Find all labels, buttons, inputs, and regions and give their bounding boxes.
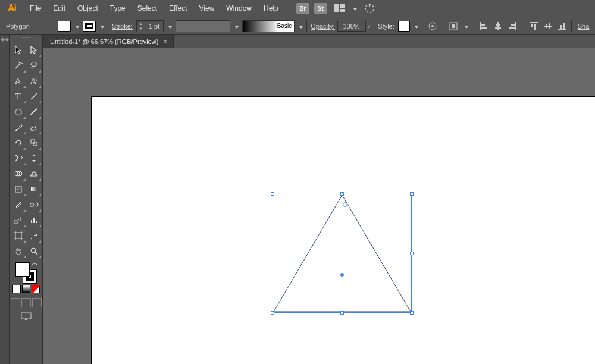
stock-button[interactable]: St xyxy=(314,3,327,14)
lasso-tool[interactable] xyxy=(26,58,42,73)
svg-rect-1 xyxy=(340,4,345,8)
align-to-button[interactable] xyxy=(447,20,460,33)
curvature-tool[interactable] xyxy=(26,73,42,89)
symbol-sprayer-tool[interactable] xyxy=(11,212,26,228)
handle-top-left[interactable] xyxy=(271,192,274,196)
perspective-grid-tool[interactable] xyxy=(26,166,42,181)
screen-mode-button[interactable] xyxy=(18,311,35,322)
recolor-artwork-button[interactable] xyxy=(426,20,439,33)
swap-fill-stroke-icon[interactable] xyxy=(31,262,38,269)
menu-edit[interactable]: Edit xyxy=(47,0,71,17)
hand-tool[interactable] xyxy=(11,243,26,259)
chevron-down-icon[interactable] xyxy=(298,23,303,30)
svg-rect-36 xyxy=(31,187,37,191)
draw-normal[interactable] xyxy=(11,298,20,307)
gradient-tool[interactable] xyxy=(26,181,42,197)
menu-help[interactable]: Help xyxy=(258,0,284,17)
menu-file[interactable]: File xyxy=(24,0,47,17)
chevron-right-icon[interactable]: › xyxy=(368,23,371,30)
fill-stroke-indicator[interactable] xyxy=(14,262,38,284)
menu-type[interactable]: Type xyxy=(104,0,131,17)
fill-swatch[interactable] xyxy=(58,21,71,32)
blend-tool[interactable] xyxy=(26,197,42,212)
selection-tool[interactable] xyxy=(11,42,26,58)
brush-definition[interactable]: Basic xyxy=(242,20,295,32)
slice-tool[interactable] xyxy=(26,228,42,243)
fill-color-box[interactable] xyxy=(15,262,30,277)
menu-window[interactable]: Window xyxy=(220,0,258,17)
handle-middle-left[interactable] xyxy=(271,252,274,255)
svg-rect-24 xyxy=(560,25,562,29)
canvas[interactable] xyxy=(43,48,595,364)
align-left-button[interactable] xyxy=(478,21,489,32)
close-icon[interactable]: × xyxy=(163,37,167,46)
artboard[interactable] xyxy=(92,97,595,364)
gpu-preview-button[interactable] xyxy=(362,3,377,14)
stroke-swatch[interactable] xyxy=(83,21,96,32)
align-hcenter-button[interactable] xyxy=(493,21,503,32)
handle-bottom-middle[interactable] xyxy=(340,311,344,315)
chevron-down-icon[interactable] xyxy=(74,23,79,30)
align-vcenter-button[interactable] xyxy=(543,21,553,32)
color-mode-none[interactable] xyxy=(32,285,40,293)
handle-top-right[interactable] xyxy=(410,192,414,196)
rotate-tool[interactable] xyxy=(11,135,26,150)
shape-tool[interactable] xyxy=(11,104,26,120)
chevron-down-icon[interactable] xyxy=(99,23,104,30)
opacity-value[interactable]: 100% xyxy=(343,23,360,30)
document-tab-strip: Untitled-1* @ 66.67% (RGB/Preview) × xyxy=(43,35,595,48)
tools-grip[interactable]: :::::: xyxy=(21,36,30,42)
width-tool[interactable] xyxy=(11,150,26,166)
menu-object[interactable]: Object xyxy=(71,0,104,17)
ai-logo-text: Ai xyxy=(8,3,16,14)
column-graph-tool[interactable] xyxy=(26,212,42,228)
panel-collapse-strip[interactable]: ◆◆ xyxy=(0,35,10,364)
handle-top-middle[interactable] xyxy=(340,192,344,196)
line-segment-tool[interactable] xyxy=(26,89,42,104)
eraser-tool[interactable] xyxy=(26,120,42,135)
menu-effect[interactable]: Effect xyxy=(163,0,193,17)
direct-selection-tool[interactable] xyxy=(26,42,42,58)
handle-bottom-right[interactable] xyxy=(410,311,414,315)
paintbrush-tool[interactable] xyxy=(26,104,42,120)
document-tab[interactable]: Untitled-1* @ 66.67% (RGB/Preview) × xyxy=(43,35,174,48)
svg-rect-18 xyxy=(531,24,533,27)
align-right-button[interactable] xyxy=(507,21,518,32)
mesh-tool[interactable] xyxy=(11,181,26,197)
handle-bottom-left[interactable] xyxy=(271,311,274,315)
pen-tool[interactable] xyxy=(11,73,26,89)
handle-middle-right[interactable] xyxy=(410,252,414,255)
menu-select[interactable]: Select xyxy=(131,0,163,17)
opacity-panel-link[interactable]: Opacity: xyxy=(311,23,334,30)
polygon-shape[interactable] xyxy=(273,194,412,313)
chevron-down-icon[interactable] xyxy=(464,23,468,30)
align-bottom-button[interactable] xyxy=(557,21,568,32)
artboard-tool[interactable] xyxy=(11,228,26,243)
rotate-widget-icon[interactable] xyxy=(343,202,347,207)
chevron-down-icon[interactable] xyxy=(414,23,418,30)
chevron-down-icon[interactable] xyxy=(234,23,239,30)
scale-tool[interactable] xyxy=(26,135,42,150)
eyedropper-tool[interactable] xyxy=(11,197,26,212)
color-mode-solid[interactable] xyxy=(12,285,21,293)
draw-behind[interactable] xyxy=(21,298,31,307)
zoom-tool[interactable] xyxy=(26,243,42,259)
bridge-button[interactable]: Br xyxy=(296,3,309,14)
chevron-down-icon[interactable] xyxy=(167,23,172,30)
magic-wand-tool[interactable] xyxy=(11,58,26,73)
shape-builder-tool[interactable] xyxy=(11,166,26,181)
menu-view[interactable]: View xyxy=(193,0,221,17)
align-top-button[interactable] xyxy=(528,21,539,32)
shaper-tool[interactable] xyxy=(11,120,26,135)
color-mode-gradient[interactable] xyxy=(22,285,30,293)
stroke-weight-field[interactable]: ▲▼ 1 pt xyxy=(136,20,164,32)
svg-marker-48 xyxy=(274,195,411,312)
type-tool[interactable]: T xyxy=(11,89,26,104)
stroke-panel-link[interactable]: Stroke: xyxy=(112,23,133,30)
draw-inside[interactable] xyxy=(32,298,42,307)
arrange-documents-button[interactable] xyxy=(332,3,347,14)
shape-options-label[interactable]: Sha xyxy=(575,23,590,30)
variable-width-profile[interactable] xyxy=(176,20,230,32)
free-transform-tool[interactable] xyxy=(26,150,42,166)
graphic-style-swatch[interactable] xyxy=(398,21,410,32)
